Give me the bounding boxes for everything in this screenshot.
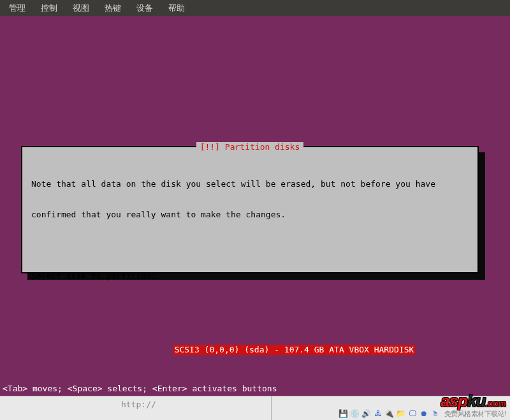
usb-icon[interactable]: 🔌	[384, 409, 395, 419]
network-icon[interactable]: 🖧	[373, 409, 383, 419]
display-icon[interactable]: 🖵	[407, 409, 418, 419]
optical-icon[interactable]: 💿	[350, 409, 360, 419]
menu-hotkey[interactable]: 热键	[97, 0, 129, 17]
menu-control[interactable]: 控制	[33, 0, 65, 17]
menu-help[interactable]: 帮助	[161, 0, 193, 17]
audio-icon[interactable]: 🔊	[361, 409, 372, 419]
dialog-note-line2: confirmed that you really want to make t…	[31, 210, 469, 220]
menu-view[interactable]: 视图	[65, 0, 97, 17]
menu-manage[interactable]: 管理	[1, 0, 33, 17]
mouse-integration-icon[interactable]: 🖱	[430, 409, 441, 419]
select-disk-label: Select disk to partition:	[31, 271, 469, 281]
partition-dialog: [!!] Partition disks Note that all data …	[21, 146, 479, 273]
installer-screen: [!!] Partition disks Note that all data …	[0, 16, 510, 396]
dialog-note-line1: Note that all data on the disk you selec…	[31, 179, 469, 189]
status-url: http://	[121, 400, 156, 409]
menu-devices[interactable]: 设备	[129, 0, 161, 17]
taskbar-divider	[271, 396, 272, 420]
record-icon[interactable]: ⏺	[419, 409, 429, 419]
watermark-text: 免费风格素材下载站!	[444, 409, 506, 419]
nav-hint: <Tab> moves; <Space> selects; <Enter> ac…	[3, 384, 277, 393]
host-taskbar: http:// aspku.com 💾 💿 🔊 🖧 🔌 📁 🖵 ⏺ 🖱 免费风格…	[0, 396, 510, 420]
disk-option-selected[interactable]: SCSI3 (0,0,0) (sda) - 107.4 GB ATA VBOX …	[173, 345, 416, 355]
vm-menubar: 管理 控制 视图 热键 设备 帮助	[0, 0, 510, 16]
dialog-title: [!!] Partition disks	[196, 142, 304, 152]
vm-status-tray: 💾 💿 🔊 🖧 🔌 📁 🖵 ⏺ 🖱 免费风格素材下载站!	[339, 409, 506, 419]
harddisk-icon[interactable]: 💾	[339, 409, 349, 419]
shared-folder-icon[interactable]: 📁	[396, 409, 406, 419]
